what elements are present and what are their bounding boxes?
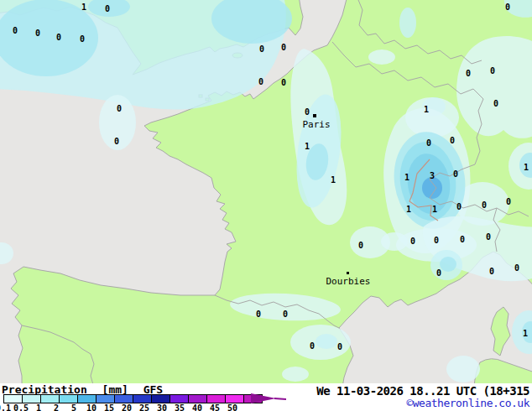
- legend-tick: 30: [157, 403, 167, 411]
- city-label: Paris: [302, 119, 330, 130]
- precip-value-label: 0: [305, 107, 310, 117]
- precip-value-label: 0: [358, 241, 363, 250]
- precip-value-label: 1: [524, 163, 529, 172]
- precip-value-label: 0: [283, 310, 288, 319]
- legend-color-box: [96, 394, 115, 403]
- precip-value-label: 0: [450, 136, 455, 145]
- precip-value-label: 0: [489, 267, 494, 276]
- legend-color-box: [40, 394, 60, 403]
- precip-value-label: 0: [56, 33, 61, 42]
- precip-value-label: 0: [258, 77, 263, 86]
- legend-tick: 45: [210, 403, 220, 411]
- legend-tick: 25: [139, 403, 149, 411]
- precip-value-label: 0: [514, 263, 519, 273]
- precip-value-label: 0: [460, 235, 465, 244]
- precip-value-label: 0: [466, 69, 471, 78]
- legend-tick: 2: [54, 403, 59, 411]
- precip-value-label: 0: [259, 44, 264, 54]
- precip-value-label: 0: [410, 237, 415, 246]
- legend-footer: Precipitation [mm] GFS 0.10.512510152025…: [0, 383, 532, 411]
- legend-color-box: [59, 394, 78, 403]
- legend-color-box: [206, 394, 226, 403]
- precip-value-label: 0: [256, 310, 261, 319]
- precip-value-label: 3: [430, 171, 435, 180]
- legend-color-box: [114, 394, 133, 403]
- legend-tick: 0.1: [0, 403, 11, 411]
- precip-value-label: 0: [505, 3, 510, 12]
- precip-value-label: 1: [404, 173, 409, 182]
- legend-tick: 5: [71, 403, 76, 411]
- legend-color-box: [3, 394, 23, 403]
- copyright-link[interactable]: ©weatheronline.co.uk: [406, 397, 529, 409]
- legend-arrow-icon: [251, 393, 286, 404]
- precip-value-label: 0: [80, 34, 85, 44]
- legend-color-box: [188, 394, 207, 403]
- legend-color-box: [77, 394, 96, 403]
- precip-value-label: 0: [436, 268, 441, 278]
- legend-tick: 15: [104, 403, 114, 411]
- precip-value-label: 0: [310, 341, 315, 351]
- precip-value-label: 1: [305, 142, 310, 151]
- precip-value-label: 1: [331, 175, 336, 185]
- precip-value-label: 0: [490, 66, 495, 75]
- precip-value-label: 0: [105, 4, 110, 13]
- precip-value-label: 1: [432, 205, 437, 214]
- legend-tick: 10: [86, 403, 96, 411]
- precip-value-label: 0: [453, 169, 458, 179]
- legend-color-bar: [3, 394, 263, 403]
- city-label: Dourbies: [326, 276, 371, 287]
- legend-color-box: [151, 394, 170, 403]
- precip-value-label: 0: [117, 104, 122, 113]
- legend-tick: 1: [36, 403, 41, 411]
- map-svg: 1000000000000011000100130110010000000001…: [0, 0, 532, 383]
- precip-value-label: 0: [456, 202, 462, 211]
- legend-tick: 50: [227, 403, 237, 411]
- precip-value-label: 1: [523, 329, 528, 338]
- legend-color-box: [225, 394, 244, 403]
- precip-value-label: 0: [13, 26, 18, 35]
- precip-value-label: 1: [406, 205, 411, 214]
- precip-value-label: 0: [281, 78, 286, 87]
- precip-value-label: 0: [281, 43, 286, 52]
- city-marker: [347, 272, 349, 274]
- city-marker: [313, 114, 316, 117]
- precip-value-label: 0: [114, 137, 119, 146]
- precip-value-label: 0: [434, 236, 439, 245]
- precip-value-label: 0: [482, 200, 487, 210]
- precip-value-label: 0: [35, 29, 40, 38]
- precip-value-label: 0: [426, 138, 431, 148]
- legend-color-box: [170, 394, 189, 403]
- legend-tick-labels: 0.10.5125101520253035404550: [0, 403, 302, 411]
- precip-value-label: 0: [486, 232, 491, 242]
- legend-color-box: [133, 394, 152, 403]
- precip-value-label: 1: [424, 105, 429, 114]
- legend-tick: 0.5: [13, 403, 29, 411]
- precip-value-label: 0: [493, 99, 498, 108]
- precip-value-label: 0: [506, 197, 511, 206]
- weather-map-screen: 1000000000000011000100130110010000000001…: [0, 0, 532, 411]
- map-area: 1000000000000011000100130110010000000001…: [0, 0, 532, 383]
- legend-color-box: [22, 394, 41, 403]
- legend-tick: 20: [122, 403, 132, 411]
- precip-value-label: 1: [81, 3, 86, 12]
- precip-value-label: 0: [337, 342, 342, 351]
- forecast-datetime: We 11-03-2026 18..21 UTC (18+315: [316, 384, 529, 398]
- legend-tick: 35: [175, 403, 185, 411]
- legend-tick: 40: [192, 403, 202, 411]
